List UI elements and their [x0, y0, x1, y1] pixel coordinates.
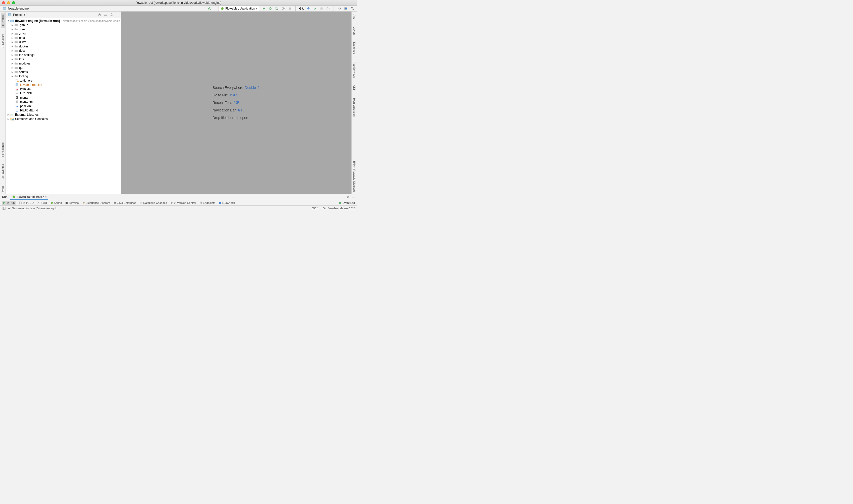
- tree-folder[interactable]: ▶ide-settings: [5, 53, 121, 57]
- stop-button[interactable]: [288, 6, 292, 11]
- settings-icon[interactable]: [346, 195, 350, 199]
- tool-version-control[interactable]: 9: Version Control: [171, 201, 196, 204]
- tab-rest-services[interactable]: RestServices: [352, 59, 356, 80]
- hide-icon[interactable]: —: [352, 195, 355, 199]
- expand-arrow-icon[interactable]: ▼: [7, 20, 10, 22]
- run-configuration-selector[interactable]: FlowableUiApplication: [219, 6, 259, 11]
- expand-arrow-icon[interactable]: ▶: [11, 58, 14, 60]
- project-tree[interactable]: ▼ flowable-engine [flowable-root] ~/work…: [5, 18, 121, 194]
- profile-button[interactable]: [281, 6, 285, 11]
- tool-todo[interactable]: 6: TODO: [19, 201, 34, 204]
- tree-external-libraries[interactable]: ▶ External Libraries: [5, 112, 121, 117]
- tree-file[interactable]: YMLlgtm.yml: [5, 87, 121, 91]
- tool-java-enterprise[interactable]: Java Enterprise: [114, 201, 136, 204]
- tab-maven[interactable]: Maven: [352, 24, 356, 37]
- expand-arrow-icon[interactable]: ▶: [11, 45, 14, 48]
- tree-folder[interactable]: ▶.idea: [5, 27, 121, 31]
- tab-favorites[interactable]: 2: Favorites: [1, 162, 5, 180]
- tab-bpmn-diagram[interactable]: BPMN-Flowable-Diagram: [352, 158, 356, 194]
- run-button[interactable]: [262, 6, 266, 11]
- code-with-me-icon[interactable]: [337, 6, 341, 11]
- expand-all-icon[interactable]: [104, 13, 107, 17]
- search-everywhere-icon[interactable]: [350, 6, 354, 11]
- debug-button[interactable]: [268, 6, 272, 11]
- tab-structure[interactable]: 7: Structure: [1, 32, 5, 50]
- expand-arrow-icon[interactable]: ▶: [11, 50, 14, 52]
- status-git-branch[interactable]: Git: flowable-release-6.7.2: [323, 207, 355, 210]
- expand-arrow-icon[interactable]: ▶: [7, 118, 10, 120]
- expand-arrow-icon[interactable]: ▶: [11, 28, 14, 31]
- tool-sequence-diagram[interactable]: Sequence Diagram: [83, 201, 110, 204]
- git-pull-icon[interactable]: [307, 6, 311, 11]
- tab-web[interactable]: Web: [1, 184, 5, 194]
- breadcrumb[interactable]: flowable-engine: [2, 6, 29, 11]
- ide-settings-icon[interactable]: [344, 6, 348, 11]
- editor-empty-state[interactable]: Search EverywhereDouble ⇧ Go to File⇧⌘O …: [121, 12, 351, 194]
- tree-folder[interactable]: ▶modules: [5, 61, 121, 66]
- tab-project[interactable]: 1: Project: [1, 13, 5, 28]
- run-tab-active[interactable]: FlowableUiApplication ×: [10, 194, 48, 200]
- svg-rect-40: [12, 114, 12, 116]
- expand-arrow-icon[interactable]: ▶: [11, 67, 14, 69]
- build-icon[interactable]: [207, 6, 211, 11]
- expand-arrow-icon[interactable]: ▶: [11, 75, 14, 77]
- tree-folder[interactable]: ▶docker: [5, 44, 121, 49]
- chevron-down-icon[interactable]: [24, 13, 25, 17]
- close-window-button[interactable]: [2, 1, 5, 4]
- tab-bean-validation[interactable]: Bean Validation: [352, 95, 356, 119]
- tree-folder[interactable]: ▶.github: [5, 23, 121, 27]
- tool-spring[interactable]: Spring: [51, 201, 62, 204]
- minimize-window-button[interactable]: [7, 1, 10, 4]
- project-header-title[interactable]: Project: [13, 13, 22, 17]
- file-icon: m: [15, 105, 19, 108]
- select-opened-file-icon[interactable]: [98, 13, 101, 17]
- expand-arrow-icon[interactable]: ▶: [11, 37, 14, 39]
- tab-ant[interactable]: Ant: [352, 13, 356, 21]
- tree-file[interactable]: mvnw.cmd: [5, 100, 121, 104]
- expand-arrow-icon[interactable]: ▶: [11, 54, 14, 56]
- tool-endpoints[interactable]: Endpoints: [199, 201, 215, 204]
- settings-icon[interactable]: [110, 13, 113, 17]
- tree-file[interactable]: flowable-root.iml: [5, 83, 121, 87]
- tree-root[interactable]: ▼ flowable-engine [flowable-root] ~/work…: [5, 19, 121, 23]
- expand-arrow-icon[interactable]: ▶: [11, 24, 14, 26]
- maximize-window-button[interactable]: [12, 1, 15, 4]
- tool-database-changes[interactable]: Database Changes: [140, 201, 167, 204]
- tree-folder[interactable]: ▶data: [5, 36, 121, 40]
- tree-file[interactable]: .gitignore: [5, 78, 121, 83]
- tool-run[interactable]: 4: Run: [2, 201, 16, 205]
- expand-arrow-icon[interactable]: ▶: [11, 41, 14, 43]
- close-icon[interactable]: ×: [45, 195, 47, 198]
- git-history-icon[interactable]: [319, 6, 324, 11]
- tree-folder[interactable]: ▶.mvn: [5, 31, 121, 36]
- tab-cdi[interactable]: CDI: [352, 83, 356, 92]
- tree-folder[interactable]: ▶distro: [5, 40, 121, 44]
- tree-folder[interactable]: ▶k8s: [5, 57, 121, 61]
- hide-icon[interactable]: —: [116, 13, 119, 17]
- tool-terminal[interactable]: Terminal: [65, 201, 80, 204]
- expand-arrow-icon[interactable]: ▶: [11, 62, 14, 65]
- tree-folder[interactable]: ▶docs: [5, 49, 121, 53]
- expand-arrow-icon[interactable]: ▶: [11, 32, 14, 35]
- tool-build[interactable]: Build: [37, 201, 47, 204]
- tool-windows-icon[interactable]: [2, 206, 6, 210]
- tree-folder[interactable]: ▶qa: [5, 66, 121, 70]
- tab-persistence[interactable]: Persistence: [1, 140, 5, 159]
- status-caret-position[interactable]: 350:1: [312, 207, 319, 210]
- tree-folder[interactable]: ▶scripts: [5, 70, 121, 74]
- tree-folder[interactable]: ▶tooling: [5, 74, 121, 78]
- tool-luacheck[interactable]: LuaCheck: [219, 201, 235, 204]
- expand-arrow-icon[interactable]: ▶: [11, 71, 14, 73]
- git-revert-icon[interactable]: [326, 6, 330, 11]
- git-commit-icon[interactable]: [313, 6, 317, 11]
- tool-event-log[interactable]: Event Log: [339, 201, 355, 204]
- tab-database[interactable]: Database: [352, 40, 356, 56]
- expand-arrow-icon[interactable]: ▶: [7, 113, 10, 116]
- svg-rect-0: [3, 7, 6, 10]
- tree-file[interactable]: MDREADME.md: [5, 108, 121, 112]
- tree-file[interactable]: mvnw: [5, 95, 121, 100]
- tree-scratches[interactable]: ▶ Scratches and Consoles: [5, 117, 121, 121]
- tree-file[interactable]: mpom.xml: [5, 104, 121, 108]
- tree-file[interactable]: LICENSE: [5, 91, 121, 95]
- coverage-button[interactable]: [275, 6, 279, 11]
